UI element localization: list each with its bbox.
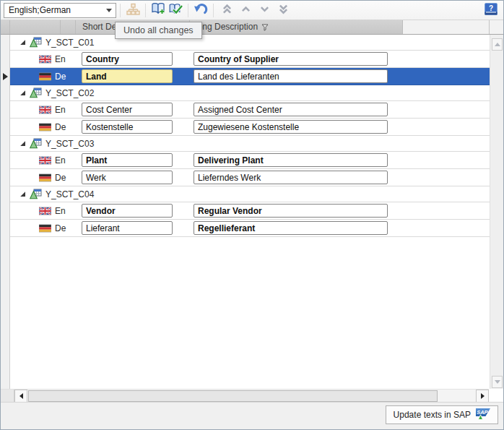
- tooltip-text: Undo all changes: [123, 25, 194, 35]
- language-flag-icon: [39, 207, 51, 215]
- sap-upload-icon: SAP: [476, 408, 490, 422]
- translation-row[interactable]: En: [10, 101, 490, 119]
- translation-row[interactable]: En: [10, 51, 490, 68]
- language-flag-icon: [39, 224, 51, 233]
- tree-group-label: Y_SCT_C03: [45, 139, 94, 149]
- tree-group-row[interactable]: Y_SCT_C04: [10, 186, 490, 202]
- long-description-input[interactable]: [194, 153, 388, 167]
- long-description-input[interactable]: [194, 120, 388, 134]
- chevron-down-icon: [259, 4, 270, 17]
- long-description-input[interactable]: [194, 171, 388, 184]
- svg-text:?: ?: [489, 4, 493, 12]
- tree-group-label: Y_SCT_C02: [45, 88, 94, 98]
- scroll-top-button[interactable]: [218, 2, 235, 19]
- tree-group-row[interactable]: Y_SCT_C03: [10, 136, 490, 152]
- long-description-input[interactable]: [194, 69, 388, 83]
- long-description-input[interactable]: [194, 103, 388, 116]
- scrollbar-down-arrow[interactable]: [492, 376, 503, 388]
- help-book-icon: ?: [484, 2, 498, 18]
- tree-expander-icon[interactable]: [19, 89, 27, 97]
- help-button[interactable]: ?: [482, 2, 500, 19]
- translation-row[interactable]: En: [10, 202, 490, 220]
- language-code-label: De: [55, 223, 66, 233]
- update-texts-in-sap-button[interactable]: Update texts in SAP SAP: [386, 405, 498, 424]
- double-chevron-down-icon: [278, 4, 289, 17]
- tooltip: Undo all changes: [115, 22, 202, 39]
- short-description-input[interactable]: [82, 171, 173, 184]
- translation-row[interactable]: De: [10, 169, 490, 186]
- undo-icon: [194, 2, 208, 19]
- horizontal-scrollbar[interactable]: [1, 389, 489, 403]
- status-bar: Update texts in SAP SAP: [1, 402, 503, 429]
- book-check-button[interactable]: [167, 2, 184, 19]
- hierarchy-button: [124, 2, 142, 19]
- language-flag-icon: [39, 55, 51, 64]
- book-add-button[interactable]: [149, 2, 167, 19]
- language-code-label: En: [55, 54, 66, 64]
- language-code-label: En: [55, 105, 66, 115]
- tree-expander-icon[interactable]: [19, 38, 27, 46]
- book-check-icon: [168, 2, 183, 18]
- short-description-input[interactable]: [82, 52, 173, 66]
- undo-all-changes-button[interactable]: [192, 2, 209, 19]
- toolbar-separator: [188, 4, 188, 17]
- tree-group-row[interactable]: Y_SCT_C01: [10, 35, 490, 51]
- short-description-input[interactable]: [82, 69, 173, 83]
- short-description-input[interactable]: [82, 204, 173, 218]
- table-object-icon: [30, 87, 42, 98]
- svg-text:SAP: SAP: [477, 409, 488, 416]
- translation-tool-window: English;German: [0, 0, 504, 430]
- toolbar-separator: [145, 4, 146, 17]
- scrollbar-corner: [1, 390, 14, 403]
- filter-funnel-icon[interactable]: [261, 24, 269, 31]
- scroll-up-button[interactable]: [237, 2, 254, 19]
- short-description-input[interactable]: [82, 120, 173, 134]
- tree-group-row[interactable]: Y_SCT_C02: [10, 85, 490, 101]
- tree-expander-icon[interactable]: [19, 139, 27, 147]
- scroll-down-button[interactable]: [256, 2, 273, 19]
- language-selector-value: English;German: [4, 5, 103, 15]
- scrollbar-right-arrow[interactable]: [476, 390, 489, 403]
- chevron-up-icon: [240, 4, 251, 17]
- long-description-input[interactable]: [194, 52, 388, 66]
- header-tree-cell: [10, 20, 61, 34]
- language-flag-icon: [39, 156, 51, 165]
- tree-expander-icon[interactable]: [19, 190, 27, 198]
- tree-group-label: Y_SCT_C04: [45, 189, 94, 199]
- language-code-label: En: [55, 206, 66, 216]
- language-code-label: De: [55, 72, 66, 82]
- header-indicator-cell: [1, 20, 10, 34]
- short-description-input[interactable]: [82, 153, 173, 167]
- row-indicator-strip: [1, 35, 10, 389]
- chevron-down-icon[interactable]: [103, 9, 116, 12]
- table-object-icon: [30, 189, 42, 199]
- translation-row[interactable]: De: [10, 119, 490, 136]
- language-code-label: De: [55, 173, 66, 183]
- short-description-input[interactable]: [82, 103, 173, 116]
- translation-row[interactable]: En: [10, 152, 490, 169]
- toolbar: English;German: [1, 1, 503, 20]
- book-add-icon: [151, 2, 166, 18]
- translation-grid: Short Description Long Description: [1, 20, 503, 403]
- scroll-bottom-button[interactable]: [274, 2, 292, 19]
- short-description-input[interactable]: [82, 221, 173, 235]
- vertical-scrollbar[interactable]: [490, 35, 503, 389]
- header-long-description[interactable]: Long Description: [190, 20, 403, 34]
- header-language-cell: [61, 20, 76, 34]
- translation-row[interactable]: De: [10, 68, 490, 85]
- translation-row[interactable]: De: [10, 220, 490, 237]
- scrollbar-up-arrow[interactable]: [492, 38, 503, 51]
- toolbar-separator: [213, 4, 214, 17]
- long-description-input[interactable]: [194, 221, 388, 235]
- language-flag-icon: [39, 106, 51, 114]
- scrollbar-left-arrow[interactable]: [14, 390, 27, 403]
- horizontal-scrollbar-thumb[interactable]: [28, 390, 438, 402]
- long-description-input[interactable]: [194, 204, 388, 218]
- long-description-header-label: Long Description: [193, 20, 258, 34]
- language-selector[interactable]: English;German: [4, 3, 116, 18]
- header-scrollbar-cap: [490, 20, 503, 34]
- grid-body: Y_SCT_C01 En De: [1, 35, 503, 389]
- table-object-icon: [30, 37, 42, 48]
- org-hierarchy-icon: [126, 3, 140, 18]
- update-button-label: Update texts in SAP: [394, 410, 471, 420]
